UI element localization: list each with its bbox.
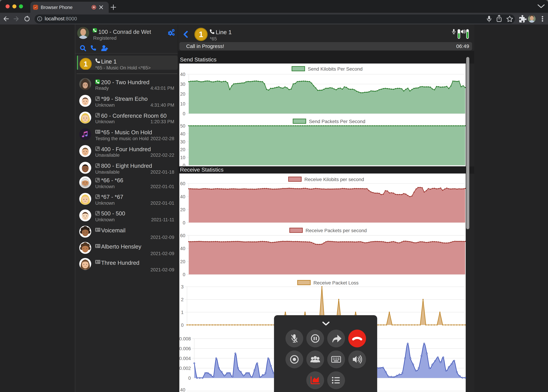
svg-text:20: 20: [180, 91, 185, 97]
svg-text:1: 1: [199, 30, 203, 39]
svg-text:40: 40: [180, 387, 185, 392]
svg-text:40: 40: [180, 131, 185, 137]
svg-text:0.006: 0.006: [179, 346, 191, 351]
svg-text:60: 60: [180, 233, 185, 238]
svg-text:30: 30: [180, 139, 185, 145]
svg-text:10: 10: [180, 101, 185, 106]
svg-text:Send Packets Per Second: Send Packets Per Second: [309, 119, 365, 124]
svg-text:Receive Packets per second: Receive Packets per second: [305, 228, 367, 233]
svg-text:30: 30: [180, 82, 185, 87]
svg-text:0.002: 0.002: [179, 366, 191, 371]
svg-text:0.004: 0.004: [179, 356, 191, 361]
svg-text:20: 20: [180, 259, 185, 264]
svg-text:40: 40: [180, 246, 185, 251]
svg-text:Receive Packet Loss: Receive Packet Loss: [313, 280, 359, 286]
svg-text:0: 0: [183, 220, 185, 225]
svg-text:Send Kilobits Per Second: Send Kilobits Per Second: [308, 66, 363, 72]
svg-text:20: 20: [180, 147, 185, 152]
svg-text:Receive Kilobits per second: Receive Kilobits per second: [304, 177, 364, 182]
svg-text:0.008: 0.008: [179, 336, 191, 341]
svg-text:40: 40: [180, 194, 185, 199]
svg-text:0: 0: [183, 111, 185, 116]
svg-text:0: 0: [188, 376, 191, 381]
svg-text:2: 2: [181, 297, 184, 302]
svg-text:20: 20: [180, 207, 185, 212]
svg-text:3: 3: [181, 284, 184, 289]
svg-text:1: 1: [181, 310, 184, 315]
svg-text:0: 0: [183, 272, 185, 277]
svg-text:50: 50: [180, 123, 185, 129]
svg-text:10: 10: [180, 155, 185, 160]
svg-text:0: 0: [181, 323, 184, 328]
svg-text:40: 40: [180, 72, 185, 77]
svg-text:60: 60: [180, 181, 185, 186]
